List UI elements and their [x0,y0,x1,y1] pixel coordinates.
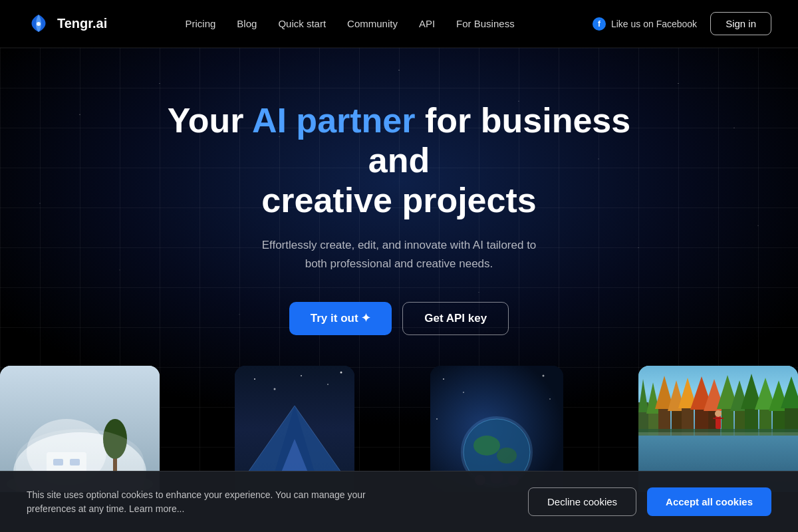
svg-point-23 [443,378,444,380]
svg-point-0 [37,22,41,26]
hero-content: Your AI partner for business andcreative… [166,101,632,335]
facebook-link[interactable]: f Like us on Facebook [593,17,697,31]
hero-title-ai: AI [252,101,287,140]
hero-section: Your AI partner for business andcreative… [0,48,798,492]
try-it-out-label: Try it out ✦ [311,311,371,325]
svg-point-27 [436,418,438,420]
svg-rect-7 [113,446,117,472]
nav-pricing[interactable]: Pricing [185,18,215,29]
svg-rect-68 [713,418,724,419]
logo-icon [27,12,51,36]
logo[interactable]: Tengr.ai [27,12,107,36]
hero-title-pre: Your [168,101,252,140]
facebook-icon: f [593,17,606,31]
svg-point-8 [103,419,127,459]
svg-point-13 [301,375,302,376]
navbar: Tengr.ai Pricing Blog Quick start Commun… [0,0,798,48]
nav-community[interactable]: Community [347,18,398,29]
nav-forbusiness[interactable]: For Business [456,18,515,29]
logo-text: Tengr.ai [57,16,107,31]
svg-point-11 [254,378,255,380]
nav-blog[interactable]: Blog [237,18,257,29]
try-it-out-button[interactable]: Try it out ✦ [289,302,392,335]
svg-point-26 [549,398,551,400]
signin-button[interactable]: Sign in [710,12,771,35]
svg-point-15 [340,372,342,374]
nav-quickstart[interactable]: Quick start [278,18,326,29]
svg-rect-6 [70,459,80,466]
svg-point-14 [327,384,329,385]
nav-links: Pricing Blog Quick start Community API F… [185,18,514,30]
cookie-banner: This site uses optional cookies to enhan… [0,471,798,532]
cookie-message: This site uses optional cookies to enhan… [27,489,366,514]
hero-buttons: Try it out ✦ Get API key [166,302,632,335]
facebook-label: Like us on Facebook [611,19,697,29]
hero-title-partner: partner [287,101,416,140]
svg-point-30 [473,436,500,456]
svg-point-25 [542,375,544,377]
decline-cookies-button[interactable]: Decline cookies [528,487,636,516]
accept-all-cookies-button[interactable]: Accept all cookies [647,487,771,516]
get-api-key-button[interactable]: Get API key [402,302,509,335]
svg-point-12 [274,388,276,390]
hero-subtitle: Effortlessly create, edit, and innovate … [256,236,542,272]
svg-point-67 [715,410,722,417]
cookie-text: This site uses optional cookies to enhan… [27,488,399,516]
nav-right: f Like us on Facebook Sign in [593,12,771,35]
svg-point-24 [463,392,464,393]
svg-rect-5 [53,459,63,466]
svg-rect-65 [638,432,798,436]
nav-api[interactable]: API [419,18,435,29]
hero-title: Your AI partner for business andcreative… [166,101,632,220]
cookie-buttons: Decline cookies Accept all cookies [528,487,771,516]
get-api-key-label: Get API key [424,312,487,325]
svg-point-31 [497,448,517,464]
